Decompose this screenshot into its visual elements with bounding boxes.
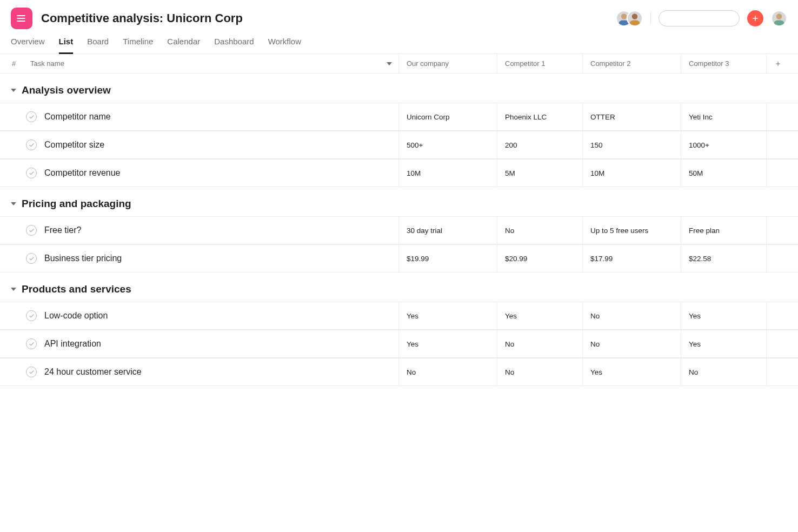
- cell-our-company[interactable]: Yes: [399, 302, 497, 329]
- search-input-wrap[interactable]: [659, 10, 740, 26]
- task-name-cell[interactable]: Competitor size: [0, 131, 399, 158]
- plus-icon: [752, 15, 759, 22]
- cell-competitor-3[interactable]: $22.58: [681, 245, 767, 272]
- share-avatars[interactable]: [616, 10, 643, 26]
- svg-rect-15: [774, 20, 784, 25]
- cell-empty: [767, 103, 789, 130]
- cell-competitor-1[interactable]: 200: [497, 131, 583, 158]
- complete-checkbox[interactable]: [26, 338, 37, 349]
- cell-competitor-3[interactable]: Yeti Inc: [681, 103, 767, 130]
- task-name: Business tier pricing: [44, 254, 122, 263]
- complete-checkbox[interactable]: [26, 310, 37, 321]
- section-header[interactable]: Products and services: [0, 272, 798, 302]
- section-title: Pricing and packaging: [22, 198, 131, 210]
- complete-checkbox[interactable]: [26, 139, 37, 150]
- svg-point-8: [632, 14, 637, 19]
- col-competitor-1[interactable]: Competitor 1: [497, 54, 583, 73]
- search-input[interactable]: [669, 15, 760, 23]
- cell-competitor-2[interactable]: 150: [583, 131, 681, 158]
- task-name-cell[interactable]: Free tier?: [0, 217, 399, 244]
- complete-checkbox[interactable]: [26, 111, 37, 122]
- cell-competitor-3[interactable]: 1000+: [681, 131, 767, 158]
- col-competitor-2[interactable]: Competitor 2: [583, 54, 681, 73]
- task-name-cell[interactable]: 24 hour customer service: [0, 358, 399, 385]
- task-name: Low-code option: [44, 311, 108, 321]
- avatar[interactable]: [627, 10, 643, 26]
- task-row[interactable]: Business tier pricing $19.99 $20.99 $17.…: [0, 244, 798, 272]
- tab-dashboard[interactable]: Dashboard: [214, 37, 254, 54]
- task-row[interactable]: API integration Yes No No Yes: [0, 330, 798, 358]
- section-header[interactable]: Analysis overview: [0, 74, 798, 103]
- cell-competitor-1[interactable]: No: [497, 330, 583, 357]
- cell-competitor-2[interactable]: $17.99: [583, 245, 681, 272]
- cell-competitor-2[interactable]: Up to 5 free users: [583, 217, 681, 244]
- plus-icon: [775, 61, 781, 67]
- task-name-cell[interactable]: Competitor name: [0, 103, 399, 130]
- col-competitor-3[interactable]: Competitor 3: [681, 54, 767, 73]
- cell-competitor-3[interactable]: No: [681, 358, 767, 385]
- tab-timeline[interactable]: Timeline: [123, 37, 153, 54]
- task-name-cell[interactable]: Low-code option: [0, 302, 399, 329]
- tab-calendar[interactable]: Calendar: [167, 37, 200, 54]
- section-header[interactable]: Pricing and packaging: [0, 187, 798, 216]
- cell-empty: [767, 302, 789, 329]
- task-row[interactable]: 24 hour customer service No No Yes No: [0, 358, 798, 386]
- caret-down-icon[interactable]: [11, 288, 16, 291]
- cell-our-company[interactable]: 500+: [399, 131, 497, 158]
- cell-competitor-2[interactable]: OTTER: [583, 103, 681, 130]
- svg-point-4: [17, 18, 18, 19]
- cell-competitor-1[interactable]: No: [497, 217, 583, 244]
- cell-competitor-1[interactable]: No: [497, 358, 583, 385]
- tab-overview[interactable]: Overview: [11, 37, 45, 54]
- complete-checkbox[interactable]: [26, 168, 37, 178]
- complete-checkbox[interactable]: [26, 225, 37, 236]
- cell-empty: [767, 330, 789, 357]
- caret-down-icon[interactable]: [11, 89, 16, 92]
- cell-competitor-2[interactable]: No: [583, 302, 681, 329]
- task-name-cell[interactable]: Competitor revenue: [0, 159, 399, 187]
- task-row[interactable]: Free tier? 30 day trial No Up to 5 free …: [0, 216, 798, 244]
- cell-competitor-3[interactable]: Free plan: [681, 217, 767, 244]
- cell-our-company[interactable]: Unicorn Corp: [399, 103, 497, 130]
- task-name-cell[interactable]: Business tier pricing: [0, 245, 399, 272]
- cell-competitor-3[interactable]: 50M: [681, 159, 767, 187]
- cell-competitor-3[interactable]: Yes: [681, 330, 767, 357]
- task-row[interactable]: Competitor name Unicorn Corp Phoenix LLC…: [0, 103, 798, 131]
- cell-competitor-2[interactable]: Yes: [583, 358, 681, 385]
- cell-our-company[interactable]: No: [399, 358, 497, 385]
- task-row[interactable]: Competitor size 500+ 200 150 1000+: [0, 131, 798, 159]
- cell-competitor-2[interactable]: No: [583, 330, 681, 357]
- cell-competitor-1[interactable]: Yes: [497, 302, 583, 329]
- task-row[interactable]: Low-code option Yes Yes No Yes: [0, 302, 798, 330]
- col-task-name: Task name: [30, 59, 64, 68]
- cell-competitor-2[interactable]: 10M: [583, 159, 681, 187]
- add-button[interactable]: [747, 10, 763, 26]
- cell-empty: [767, 358, 789, 385]
- complete-checkbox[interactable]: [26, 253, 37, 264]
- tab-board[interactable]: Board: [87, 37, 109, 54]
- task-name-cell[interactable]: API integration: [0, 330, 399, 357]
- caret-down-icon[interactable]: [11, 202, 16, 205]
- cell-our-company[interactable]: Yes: [399, 330, 497, 357]
- complete-checkbox[interactable]: [26, 367, 37, 377]
- cell-competitor-1[interactable]: 5M: [497, 159, 583, 187]
- tab-list[interactable]: List: [59, 37, 74, 54]
- cell-our-company[interactable]: 30 day trial: [399, 217, 497, 244]
- section-title: Products and services: [22, 283, 131, 295]
- cell-our-company[interactable]: $19.99: [399, 245, 497, 272]
- user-avatar[interactable]: [771, 10, 787, 26]
- col-our-company[interactable]: Our company: [399, 54, 497, 73]
- task-row[interactable]: Competitor revenue 10M 5M 10M 50M: [0, 159, 798, 187]
- add-column-button[interactable]: [767, 54, 789, 73]
- chevron-down-icon[interactable]: [387, 62, 392, 65]
- cell-competitor-1[interactable]: $20.99: [497, 245, 583, 272]
- task-name: Free tier?: [44, 225, 81, 235]
- columns-header: # Task name Our company Competitor 1 Com…: [0, 54, 798, 74]
- cell-our-company[interactable]: 10M: [399, 159, 497, 187]
- project-icon[interactable]: [11, 8, 32, 29]
- cell-competitor-1[interactable]: Phoenix LLC: [497, 103, 583, 130]
- svg-point-14: [776, 14, 782, 19]
- task-name: API integration: [44, 339, 101, 349]
- tab-workflow[interactable]: Workflow: [268, 37, 301, 54]
- cell-competitor-3[interactable]: Yes: [681, 302, 767, 329]
